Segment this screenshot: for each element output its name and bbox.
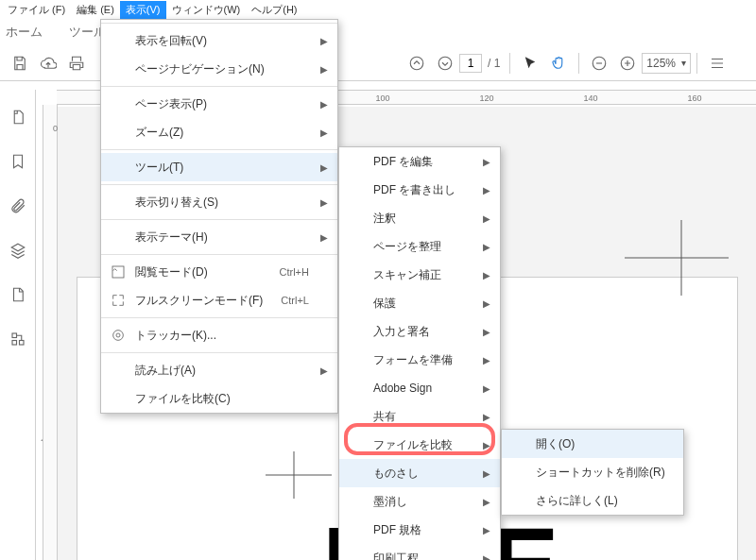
- zoom-out-icon[interactable]: [591, 55, 608, 72]
- menu-item[interactable]: PDF を書き出し▶: [339, 176, 500, 204]
- menu-item[interactable]: さらに詳しく(L): [502, 486, 683, 515]
- overflow-icon[interactable]: [709, 55, 726, 72]
- menu-item[interactable]: ズーム(Z)▶: [101, 118, 337, 146]
- menu-item[interactable]: ページ表示(P)▶: [101, 90, 337, 118]
- menu-file[interactable]: ファイル (F): [2, 1, 71, 19]
- menu-item[interactable]: ツール(T)▶: [101, 153, 337, 181]
- menu-item[interactable]: ファイルを比較▶: [339, 431, 500, 459]
- crop-mark-icon: [266, 451, 341, 499]
- hand-tool-icon[interactable]: [550, 55, 567, 72]
- menu-item[interactable]: 閲覧モード(D)Ctrl+H: [101, 258, 337, 286]
- menu-item[interactable]: 墨消し▶: [339, 487, 500, 516]
- zoom-value: 125%: [646, 57, 676, 70]
- svg-rect-5: [19, 341, 24, 346]
- print-icon[interactable]: [68, 55, 85, 72]
- svg-point-1: [438, 57, 452, 70]
- menu-item[interactable]: 表示を回転(V)▶: [101, 26, 337, 55]
- page-indicator: / 1: [459, 54, 504, 73]
- svg-rect-4: [12, 333, 17, 338]
- menu-edit[interactable]: 編集 (E): [71, 1, 120, 19]
- menu-item[interactable]: ショートカットを削除(R): [502, 458, 683, 486]
- menu-window[interactable]: ウィンドウ(W): [166, 1, 247, 19]
- menu-item[interactable]: PDF 規格▶: [339, 516, 500, 544]
- menu-item[interactable]: フォームを準備▶: [339, 346, 500, 374]
- svg-rect-11: [112, 266, 124, 278]
- attachment-panel-icon[interactable]: [9, 197, 26, 217]
- layers-panel-icon[interactable]: [9, 242, 26, 262]
- menu-item[interactable]: 読み上げ(A)▶: [101, 356, 337, 384]
- tab-home[interactable]: ホーム: [6, 24, 43, 41]
- page-down-icon[interactable]: [437, 55, 454, 72]
- structure-panel-icon[interactable]: [9, 331, 26, 350]
- chevron-down-icon: ▾: [681, 58, 686, 68]
- page-current-input[interactable]: [459, 54, 482, 73]
- view-menu: 表示を回転(V)▶ページナビゲーション(N)▶ページ表示(P)▶ズーム(Z)▶ツ…: [100, 19, 338, 414]
- menu-item[interactable]: トラッカー(K)...: [101, 321, 337, 349]
- ruler-v-zero: 0: [53, 124, 58, 133]
- tools-submenu: PDF を編集▶PDF を書き出し▶注釈▶ページを整理▶スキャン補正▶保護▶入力…: [338, 146, 501, 560]
- standards-panel-icon[interactable]: [9, 286, 26, 306]
- measure-submenu: 開く(O)ショートカットを削除(R)さらに詳しく(L): [501, 429, 684, 516]
- menu-item[interactable]: ページを整理▶: [339, 232, 500, 261]
- page-total: / 1: [488, 57, 500, 70]
- menu-help[interactable]: ヘルプ(H): [246, 1, 302, 19]
- bookmark-panel-icon[interactable]: [9, 153, 26, 173]
- page-up-icon[interactable]: [408, 55, 425, 72]
- zoom-in-icon[interactable]: [619, 55, 636, 72]
- crop-mark-icon: [625, 220, 738, 296]
- menu-item[interactable]: Adobe Sign▶: [339, 374, 500, 402]
- cloud-upload-icon[interactable]: [40, 55, 57, 72]
- menu-item[interactable]: 入力と署名▶: [339, 317, 500, 346]
- menu-view[interactable]: 表示(V): [120, 1, 166, 19]
- menu-item[interactable]: 開く(O): [502, 430, 683, 458]
- menu-item[interactable]: スキャン補正▶: [339, 261, 500, 289]
- svg-point-0: [410, 57, 423, 70]
- menu-item[interactable]: 表示テーマ(H)▶: [101, 223, 337, 251]
- pages-panel-icon[interactable]: [9, 109, 26, 128]
- pointer-icon[interactable]: [522, 55, 539, 72]
- save-icon[interactable]: [11, 55, 28, 72]
- menu-item[interactable]: ファイルを比較(C): [101, 384, 337, 413]
- menu-item[interactable]: ものさし▶: [339, 459, 500, 487]
- sidebar: [0, 90, 36, 560]
- menu-item[interactable]: 表示切り替え(S)▶: [101, 188, 337, 216]
- menu-item[interactable]: ページナビゲーション(N)▶: [101, 55, 337, 83]
- ruler-vertical: [43, 105, 58, 560]
- menu-item[interactable]: PDF を編集▶: [339, 147, 500, 176]
- svg-point-12: [116, 333, 120, 337]
- zoom-combo[interactable]: 125% ▾: [642, 53, 691, 74]
- menu-item[interactable]: 保護▶: [339, 289, 500, 317]
- svg-rect-6: [12, 341, 17, 346]
- svg-point-13: [113, 331, 124, 341]
- menu-item[interactable]: 注釈▶: [339, 204, 500, 232]
- menu-item[interactable]: 印刷工程▶: [339, 544, 500, 560]
- menu-item[interactable]: フルスクリーンモード(F)Ctrl+L: [101, 286, 337, 314]
- menubar: ファイル (F) 編集 (E) 表示(V) ウィンドウ(W) ヘルプ(H): [0, 0, 756, 19]
- menu-item[interactable]: 共有▶: [339, 402, 500, 431]
